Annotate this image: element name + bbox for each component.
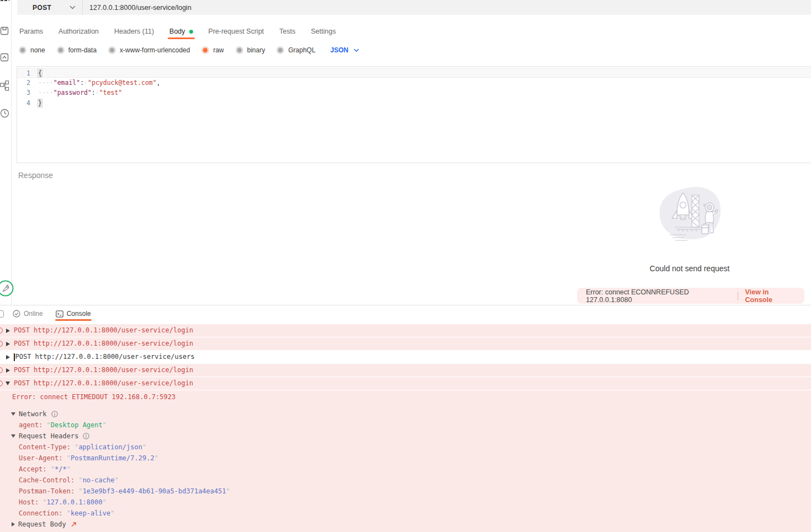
- radio-label: binary: [247, 46, 265, 54]
- console-entry[interactable]: POST http://127.0.0.1:8000/user-service/…: [0, 324, 811, 337]
- error-badge-icon: [0, 380, 3, 386]
- expand-arrow-icon[interactable]: [6, 355, 10, 359]
- error-toast: Error: connect ECONNREFUSED 127.0.0.1:80…: [577, 288, 804, 304]
- detail-group-request-headers[interactable]: Request Headers: [0, 431, 811, 442]
- console-entry-text: POST http://127.0.0.1:8000/user-service/…: [14, 337, 193, 350]
- console-tab-label: Console: [67, 310, 91, 318]
- kv-value: no-cache: [83, 476, 115, 484]
- postman-agent-icon[interactable]: [0, 280, 14, 297]
- kv-key: Cache-Control:: [19, 476, 74, 484]
- body-type-binary[interactable]: binary: [236, 46, 265, 54]
- expand-arrow-icon[interactable]: [12, 522, 15, 526]
- tab-headers-11[interactable]: Headers (11): [114, 28, 154, 35]
- group-label: Request Body: [18, 520, 66, 528]
- radio-label: form-data: [68, 46, 97, 54]
- detail-kv-accept: Accept: "*/*": [0, 464, 811, 475]
- format-label: JSON: [330, 46, 349, 54]
- radio-icon: [19, 46, 26, 54]
- detail-kv-connection: Connection: "keep-alive": [0, 508, 811, 519]
- tab-settings[interactable]: Settings: [311, 28, 336, 35]
- kv-key: Accept:: [19, 465, 47, 473]
- console-error-detail: Error: connect ETIMEDOUT 192.168.0.7:592…: [0, 390, 811, 404]
- url-input[interactable]: 127.0.0.1:8000/user-service/login: [83, 4, 191, 12]
- expand-arrow-icon[interactable]: [6, 342, 10, 346]
- online-status[interactable]: Online: [13, 310, 43, 318]
- code-text: }: [38, 98, 42, 108]
- radio-label: none: [30, 46, 45, 54]
- kv-key: agent:: [19, 421, 42, 429]
- kv-value: */*: [55, 465, 67, 473]
- online-check-icon: [13, 310, 20, 318]
- expand-arrow-icon[interactable]: [6, 368, 10, 373]
- external-link-icon: [71, 522, 77, 528]
- body-type-graphql[interactable]: GraphQL: [276, 46, 315, 54]
- editor-line: 3····"password":·"test": [17, 88, 811, 98]
- detail-kv-agent: agent: "Desktop Agent": [0, 420, 811, 431]
- collections-icon[interactable]: [0, 0, 10, 5]
- console-entry[interactable]: POST http://127.0.0.1:8000/user-service/…: [0, 351, 811, 363]
- collapse-arrow-icon[interactable]: [6, 381, 10, 385]
- body-type-form-data[interactable]: form-data: [57, 46, 97, 54]
- detail-group-network[interactable]: Network: [0, 409, 811, 420]
- request-body-editor[interactable]: 1{2····"email":·"pcyduck@test.com",3····…: [17, 66, 811, 163]
- online-label: Online: [24, 310, 43, 318]
- line-number: 4: [17, 98, 38, 108]
- error-toast-text: Error: connect ECONNREFUSED 127.0.0.1:80…: [586, 288, 730, 304]
- tab-body[interactable]: Body: [169, 28, 193, 35]
- console-entry[interactable]: POST http://127.0.0.1:8000/user-service/…: [0, 364, 811, 377]
- console-entry-text: POST http://127.0.0.1:8000/user-service/…: [15, 351, 195, 363]
- tab-label: Settings: [311, 28, 336, 35]
- kv-value: Desktop Agent: [51, 421, 103, 429]
- request-url-bar: POST 127.0.0.1:8000/user-service/login: [17, 0, 811, 15]
- cookies-icon[interactable]: [0, 310, 4, 318]
- group-label: Network: [19, 410, 47, 418]
- chevron-down-icon: [354, 49, 359, 52]
- detail-kv-content-type: Content-Type: "application/json": [0, 442, 811, 453]
- environments-icon[interactable]: [0, 80, 10, 92]
- chevron-down-icon: [70, 6, 76, 9]
- collapse-arrow-icon[interactable]: [11, 412, 15, 416]
- save-collection-icon[interactable]: [0, 26, 9, 35]
- tab-params[interactable]: Params: [19, 28, 43, 35]
- code-text: ····"email":·"pcyduck@test.com",: [38, 78, 161, 88]
- error-badge-icon: [0, 341, 3, 347]
- radio-label: x-www-form-urlencoded: [120, 46, 190, 54]
- tab-label: Pre-request Script: [209, 28, 264, 35]
- radio-label: GraphQL: [288, 46, 315, 54]
- editor-line: 1{: [17, 68, 811, 78]
- editor-line: 4}: [17, 98, 811, 108]
- console-entry[interactable]: POST http://127.0.0.1:8000/user-service/…: [0, 377, 811, 390]
- tab-pre-request-script[interactable]: Pre-request Script: [209, 28, 264, 35]
- collapse-arrow-icon[interactable]: [11, 434, 15, 438]
- history-icon[interactable]: [0, 109, 9, 118]
- api-icon[interactable]: [0, 53, 9, 62]
- kv-value: 127.0.0.1:8000: [47, 498, 103, 506]
- response-section-label: Response: [18, 171, 53, 180]
- info-icon: [51, 411, 58, 417]
- tab-label: Tests: [279, 28, 295, 35]
- tab-authorization[interactable]: Authorization: [58, 28, 99, 35]
- format-dropdown[interactable]: JSON: [330, 46, 359, 54]
- body-type-none[interactable]: none: [19, 46, 45, 54]
- expand-arrow-icon[interactable]: [6, 329, 10, 333]
- body-filled-dot: [189, 30, 193, 34]
- radio-icon: [57, 46, 65, 54]
- line-number: 3: [17, 88, 38, 98]
- kv-key: User-Agent:: [19, 454, 62, 462]
- console-tab[interactable]: Console: [56, 310, 91, 318]
- request-tabs: ParamsAuthorizationHeaders (11)BodyPre-r…: [19, 24, 336, 39]
- kv-key: Host:: [19, 498, 39, 506]
- kv-value: application/json: [78, 443, 142, 451]
- radio-icon: [201, 46, 209, 54]
- detail-group-request-body[interactable]: Request Body: [0, 519, 811, 530]
- console-panel: Online Console POST http://127.0.0.1:800…: [0, 305, 811, 532]
- view-in-console-link[interactable]: View in Console: [745, 288, 796, 304]
- console-detail-tree: Networkagent: "Desktop Agent"Request Hea…: [0, 404, 811, 530]
- body-type-raw[interactable]: raw: [201, 46, 223, 54]
- group-label: Request Headers: [19, 432, 78, 440]
- console-entry[interactable]: POST http://127.0.0.1:8000/user-service/…: [0, 337, 811, 350]
- method-dropdown[interactable]: POST: [17, 4, 82, 12]
- body-type-x-www-form-urlencoded[interactable]: x-www-form-urlencoded: [108, 46, 190, 54]
- tab-tests[interactable]: Tests: [279, 28, 295, 35]
- detail-kv-host: Host: "127.0.0.1:8000": [0, 497, 811, 508]
